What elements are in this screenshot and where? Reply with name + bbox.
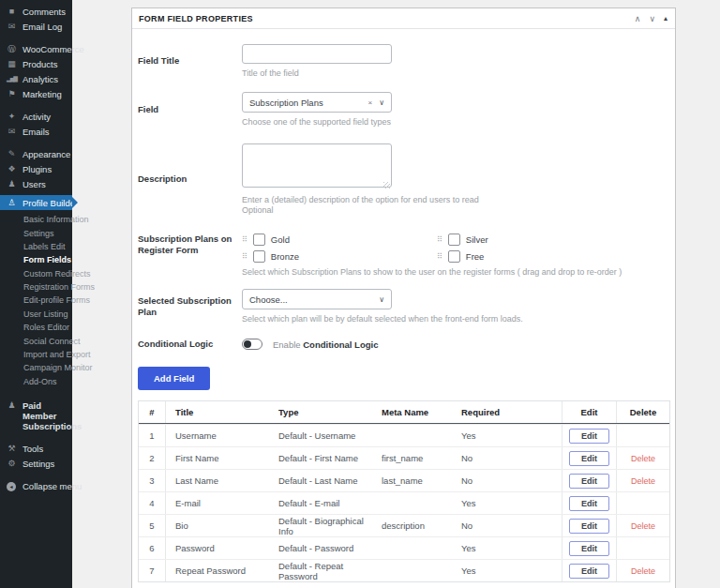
field-type-select[interactable]: Subscription Plans × ∨ xyxy=(242,92,392,113)
delete-link[interactable]: Delete xyxy=(631,521,655,531)
submenu-item-settings[interactable]: Settings xyxy=(0,226,72,239)
edit-button[interactable]: Edit xyxy=(569,541,609,556)
edit-button[interactable]: Edit xyxy=(569,451,609,466)
woocommerce-icon: Ⓦ xyxy=(7,45,17,53)
sidebar-item-users[interactable]: ♟ Users xyxy=(0,176,72,191)
table-row: 3 Last Name Default - Last Name last_nam… xyxy=(139,469,669,491)
submenu-item-registration-forms[interactable]: Registration Forms xyxy=(0,280,72,294)
clear-selection-icon[interactable]: × xyxy=(368,98,372,107)
table-row: 5 Bio Default - Biographical Info descri… xyxy=(139,514,669,536)
sidebar-item-label: Analytics xyxy=(22,74,58,84)
fields-table: # Title Type Meta Name Required Edit Del… xyxy=(138,400,670,582)
paid-member-subscriptions-icon: ♟ xyxy=(7,401,17,410)
sidebar-item-collapse-menu[interactable]: ◂ Collapse menu xyxy=(0,479,72,494)
edit-button[interactable]: Edit xyxy=(569,474,609,489)
sidebar-item-activity[interactable]: ✦ Activity xyxy=(0,109,72,124)
submenu-item-campaign-monitor[interactable]: Campaign Monitor xyxy=(0,361,72,374)
sidebar-item-label: Marketing xyxy=(22,89,62,99)
delete-link[interactable]: Delete xyxy=(631,454,655,463)
submenu-item-labels-edit[interactable]: Labels Edit xyxy=(0,240,72,253)
submenu-item-custom-redirects[interactable]: Custom Redirects xyxy=(0,267,72,280)
sidebar-item-products[interactable]: ▦ Products xyxy=(0,56,72,71)
col-header-required: Required xyxy=(452,407,562,417)
table-row: 1 Username Default - Username Yes Edit xyxy=(139,424,669,446)
email-log-icon: ✉ xyxy=(7,23,17,31)
col-header-num: # xyxy=(139,401,166,423)
sidebar-item-plugins[interactable]: ❖ Plugins xyxy=(0,161,72,176)
subscription-plans-label: Subscription Plans on Register Form xyxy=(138,234,242,256)
plan-bronze-checkbox[interactable] xyxy=(253,250,265,263)
sidebar-item-email-log[interactable]: ✉ Email Log xyxy=(0,19,72,34)
plan-free-checkbox[interactable] xyxy=(448,250,460,263)
toggle-knob xyxy=(244,340,251,348)
sidebar-item-settings-bottom[interactable]: ⚙ Settings xyxy=(0,457,72,472)
resize-grip-icon[interactable] xyxy=(383,182,390,188)
drag-handle-icon[interactable]: ⠿ xyxy=(437,235,442,244)
activity-icon: ✦ xyxy=(7,113,17,121)
collapse-panel-icon[interactable]: ▴ xyxy=(664,14,668,23)
selected-plan-value: Choose... xyxy=(249,294,379,305)
sidebar-item-appearance[interactable]: ✎ Appearance xyxy=(0,146,72,161)
chevron-down-icon: ∨ xyxy=(379,295,384,304)
sidebar-item-label: Emails xyxy=(22,127,50,137)
sidebar-item-marketing[interactable]: ⚑ Marketing xyxy=(0,86,72,101)
delete-link[interactable]: Delete xyxy=(631,566,655,576)
edit-button[interactable]: Edit xyxy=(569,519,609,534)
sidebar-item-comments[interactable]: ■ Comments xyxy=(0,4,72,19)
conditional-logic-toggle[interactable] xyxy=(242,339,262,350)
sidebar-item-paid-member-subscriptions[interactable]: ♟ Paid Member Subscriptions xyxy=(0,400,72,434)
submenu-item-import-and-export[interactable]: Import and Export xyxy=(0,348,72,361)
field-type-label: Field xyxy=(138,104,242,115)
description-textarea[interactable] xyxy=(242,143,392,188)
sidebar-item-emails[interactable]: ✉ Emails xyxy=(0,124,72,139)
add-field-button[interactable]: Add Field xyxy=(138,367,210,390)
edit-button[interactable]: Edit xyxy=(569,429,609,444)
drag-handle-icon[interactable]: ⠿ xyxy=(242,235,248,244)
sidebar-item-profile-builder[interactable]: ♙ Profile Builder xyxy=(0,195,72,210)
plan-gold-label: Gold xyxy=(271,234,290,245)
description-help: Enter a (detailed) description of the op… xyxy=(242,195,479,204)
edit-button[interactable]: Edit xyxy=(569,564,609,579)
sidebar-item-label: Email Log xyxy=(22,22,62,32)
plan-gold-checkbox[interactable] xyxy=(253,234,265,246)
submenu-item-form-fields[interactable]: Form Fields xyxy=(0,253,72,266)
sidebar-item-analytics[interactable]: ▂▅▇ Analytics xyxy=(0,71,72,86)
delete-link[interactable]: Delete xyxy=(631,476,655,486)
move-down-icon[interactable]: ∨ xyxy=(649,14,655,23)
sidebar-item-woocommerce[interactable]: Ⓦ WooCommerce xyxy=(0,41,72,56)
submenu-item-roles-editor[interactable]: Roles Editor xyxy=(0,321,72,334)
sidebar-item-label: Tools xyxy=(22,444,43,454)
selected-plan-row: Selected Subscription Plan Choose... ∨ S… xyxy=(138,289,669,324)
emails-icon: ✉ xyxy=(7,128,17,136)
drag-handle-icon[interactable]: ⠿ xyxy=(242,252,248,261)
conditional-logic-row: Conditional Logic Enable Conditional Log… xyxy=(138,339,669,350)
move-up-icon[interactable]: ∧ xyxy=(635,14,641,23)
subscription-plans-help: Select which Subscription Plans to show … xyxy=(242,267,632,277)
col-header-edit: Edit xyxy=(562,401,616,423)
plugins-icon: ❖ xyxy=(7,165,17,173)
plan-option-free: ⠿ Free xyxy=(437,250,632,263)
plan-silver-checkbox[interactable] xyxy=(448,234,460,246)
panel-header: Form Field Properties ∧ ∨ ▴ xyxy=(132,8,675,29)
submenu-item-edit-profile-forms[interactable]: Edit-profile Forms xyxy=(0,294,72,307)
plan-free-label: Free xyxy=(466,251,485,262)
submenu-item-social-connect[interactable]: Social Connect xyxy=(0,334,72,347)
sidebar-item-label: Plugins xyxy=(22,164,52,174)
sidebar-item-label: Activity xyxy=(22,112,51,122)
users-icon: ♟ xyxy=(7,180,17,188)
submenu-item-basic-information[interactable]: Basic Information xyxy=(0,213,72,226)
field-type-row: Field Subscription Plans × ∨ Choose one … xyxy=(138,92,669,127)
table-row: 6 Password Default - Password Yes Edit xyxy=(139,536,669,559)
settings-icon: ⚙ xyxy=(7,460,17,468)
sidebar-item-tools[interactable]: ⚒ Tools xyxy=(0,442,72,457)
submenu-item-add-ons[interactable]: Add-Ons xyxy=(0,375,72,388)
field-title-input[interactable] xyxy=(242,44,392,64)
edit-button[interactable]: Edit xyxy=(569,496,609,511)
table-row: 4 E-mail Default - E-mail Yes Edit xyxy=(139,491,669,514)
selected-plan-select[interactable]: Choose... ∨ xyxy=(242,289,392,309)
drag-handle-icon[interactable]: ⠿ xyxy=(437,252,442,261)
submenu-item-user-listing[interactable]: User Listing xyxy=(0,308,72,321)
table-row: 7 Repeat Password Default - Repeat Passw… xyxy=(139,559,669,581)
profile-builder-submenu: Basic Information Settings Labels Edit F… xyxy=(0,210,72,392)
sidebar-item-label: Profile Builder xyxy=(22,198,78,208)
